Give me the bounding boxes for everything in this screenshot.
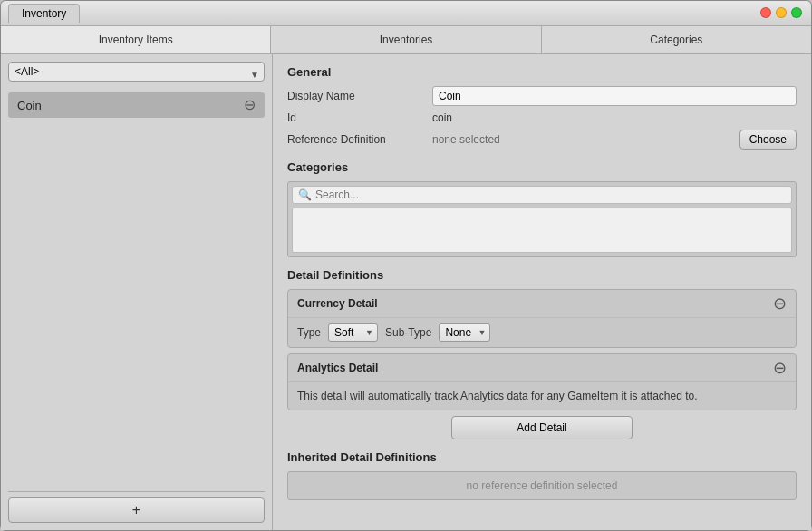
categories-box: 🔍 (287, 181, 797, 257)
type-label: Type (297, 326, 321, 339)
maximize-button[interactable] (791, 7, 802, 18)
app-window: Inventory Inventory Items Inventories Ca… (0, 0, 812, 531)
analytics-detail-remove-icon[interactable]: ⊖ (773, 360, 787, 376)
close-button[interactable] (760, 7, 771, 18)
display-name-row: Display Name (287, 86, 797, 106)
detail-definitions-title: Detail Definitions (287, 268, 797, 282)
tab-bar: Inventory Items Inventories Categories (1, 26, 811, 54)
type-select-wrapper: Soft Hard ▼ (328, 323, 378, 342)
reference-def-label: Reference Definition (287, 133, 432, 146)
currency-detail-title: Currency Detail (297, 297, 378, 310)
categories-search-input[interactable] (315, 188, 786, 201)
subtype-select-wrapper: None ▼ (439, 323, 490, 342)
analytics-detail-header: Analytics Detail ⊖ (288, 354, 796, 382)
reference-def-row: Reference Definition none selected Choos… (287, 130, 797, 150)
main-content: <All> ▼ Coin ⊖ + General Display Name (1, 54, 811, 530)
general-section: General Display Name Id coin Reference D… (287, 65, 797, 150)
reference-def-value: none selected (432, 133, 740, 146)
currency-detail-body: Type Soft Hard ▼ Sub-Type (288, 318, 796, 347)
type-select[interactable]: Soft Hard (328, 323, 378, 342)
window-tab: Inventory (8, 4, 80, 23)
tab-categories[interactable]: Categories (542, 26, 811, 53)
analytics-detail-card: Analytics Detail ⊖ This detail will auto… (287, 353, 797, 410)
main-panel: General Display Name Id coin Reference D… (273, 54, 811, 530)
currency-detail-remove-icon[interactable]: ⊖ (773, 295, 787, 312)
subtype-select[interactable]: None (439, 323, 490, 342)
display-name-input[interactable] (432, 86, 797, 106)
display-name-label: Display Name (287, 90, 432, 102)
id-label: Id (287, 111, 432, 124)
sidebar-footer: + (8, 491, 265, 523)
id-value: coin (432, 111, 797, 124)
item-label: Coin (17, 99, 42, 112)
id-row: Id coin (287, 111, 797, 124)
title-bar: Inventory (1, 1, 811, 26)
analytics-description: This detail will automatically track Ana… (297, 388, 787, 404)
add-detail-button[interactable]: Add Detail (451, 416, 633, 439)
sidebar: <All> ▼ Coin ⊖ + (1, 54, 273, 530)
analytics-detail-title: Analytics Detail (297, 362, 378, 374)
currency-detail-card: Currency Detail ⊖ Type Soft Hard ▼ (287, 289, 797, 348)
minimize-button[interactable] (776, 7, 787, 18)
currency-type-row: Type Soft Hard ▼ Sub-Type (297, 323, 787, 342)
filter-dropdown-wrapper: <All> ▼ (8, 62, 265, 87)
tab-inventories[interactable]: Inventories (271, 26, 541, 53)
no-reference-box: no reference definition selected (287, 471, 797, 500)
remove-item-icon[interactable]: ⊖ (244, 98, 256, 112)
subtype-label: Sub-Type (385, 326, 431, 339)
categories-search-row: 🔍 (292, 186, 792, 204)
tab-inventory-items[interactable]: Inventory Items (1, 26, 271, 53)
choose-button[interactable]: Choose (740, 130, 797, 150)
categories-section-title: Categories (287, 160, 797, 174)
categories-list (292, 208, 792, 253)
inherited-section: Inherited Detail Definitions no referenc… (287, 450, 797, 500)
general-section-title: General (287, 65, 797, 79)
currency-detail-header: Currency Detail ⊖ (288, 290, 796, 318)
analytics-detail-body: This detail will automatically track Ana… (288, 382, 796, 410)
filter-dropdown[interactable]: <All> (8, 62, 265, 82)
inherited-section-title: Inherited Detail Definitions (287, 450, 797, 464)
search-icon: 🔍 (298, 188, 312, 201)
categories-section: Categories 🔍 (287, 160, 797, 257)
detail-definitions-section: Detail Definitions Currency Detail ⊖ Typ… (287, 268, 797, 439)
traffic-lights (760, 7, 802, 18)
add-item-button[interactable]: + (8, 497, 265, 523)
no-reference-label: no reference definition selected (467, 479, 618, 492)
window-title: Inventory (22, 7, 66, 20)
list-item[interactable]: Coin ⊖ (8, 92, 265, 118)
